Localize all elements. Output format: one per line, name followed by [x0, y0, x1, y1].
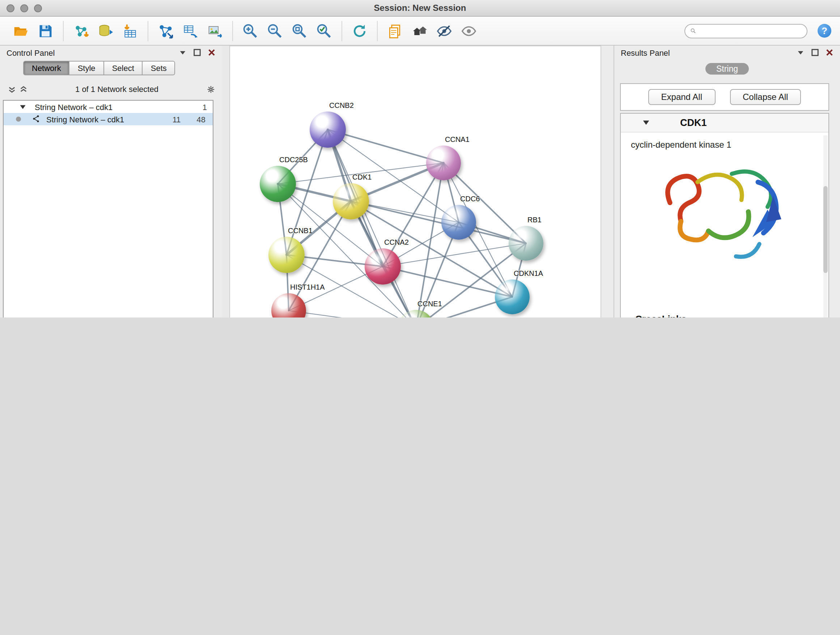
results-vertical-scrollbar[interactable] [823, 135, 828, 318]
node-ccna2[interactable] [365, 249, 401, 285]
gene-section-header[interactable]: CDK1 [621, 114, 829, 133]
network-from-table-icon[interactable] [182, 22, 199, 40]
close-panel-icon[interactable] [825, 48, 834, 57]
import-table-icon[interactable] [122, 22, 139, 40]
node-label-ccnb2: CCNB2 [329, 101, 354, 109]
tab-network[interactable]: Network [23, 61, 70, 75]
expand-all-button[interactable]: Expand All [648, 89, 715, 105]
node-ccna1[interactable] [426, 146, 461, 180]
minimize-window-button[interactable] [20, 4, 28, 12]
duplicate-network-icon[interactable] [386, 22, 404, 40]
main-toolbar: ? [0, 17, 840, 46]
collection-count: 1 [202, 103, 207, 111]
gear-icon[interactable] [206, 85, 215, 93]
network-canvas[interactable]: CCNB2CCNA1CDC25BCDK1CDC6RB1CCNB1CCNA2CDK… [229, 46, 601, 318]
panel-menu-icon[interactable] [796, 48, 805, 57]
save-session-icon[interactable] [37, 22, 54, 40]
node-label-cdc25b: CDC25B [279, 156, 308, 164]
export-image-icon[interactable] [206, 22, 224, 40]
network-tree: String Network – cdk1 1 String Network –… [3, 100, 213, 318]
network-collection-row[interactable]: String Network – cdk1 1 [4, 101, 213, 113]
toolbar-separator [63, 21, 64, 41]
node-label-ccnb1: CCNB1 [288, 226, 313, 234]
node-label-ccne1: CCNE1 [417, 300, 442, 308]
network-label: String Network – cdk1 [46, 115, 124, 124]
zoom-window-button[interactable] [34, 4, 42, 12]
node-cdc6[interactable] [441, 205, 476, 240]
node-label-cdkn1a: CDKN1A [514, 269, 543, 277]
panel-menu-icon[interactable] [178, 48, 187, 57]
network-row-selected[interactable]: String Network – cdk1 11 48 [4, 113, 213, 125]
window-title: Session: New Session [374, 0, 466, 17]
crosslinks-title: CrossLinks [635, 314, 687, 318]
search-icon [690, 27, 696, 35]
zoom-in-icon[interactable] [242, 22, 259, 40]
control-panel-title: Control Panel [6, 48, 55, 57]
network-type-icon [32, 114, 41, 124]
application-window: Session: New Session ? Control [0, 0, 840, 318]
gene-section: CDK1 cyclin-dependent kinase 1 [620, 113, 829, 318]
title-bar: Session: New Session [0, 0, 840, 17]
current-network-dot-icon [16, 117, 21, 122]
zoom-fit-icon[interactable] [291, 22, 308, 40]
node-count: 11 [172, 115, 181, 124]
tab-string[interactable]: String [706, 63, 749, 74]
expand-all-icon[interactable] [19, 85, 27, 93]
edge-count: 48 [197, 115, 206, 124]
results-button-box: Expand All Collapse All [620, 83, 829, 111]
show-hide-eye-icon[interactable] [460, 22, 477, 40]
network-selection-row: 1 of 1 Network selected [0, 80, 222, 98]
gene-name: CDK1 [680, 117, 707, 128]
node-ccnb1[interactable] [268, 237, 305, 273]
vertical-splitter[interactable] [222, 46, 229, 318]
new-network-icon[interactable] [157, 22, 174, 40]
node-label-ccna1: CCNA1 [445, 135, 470, 143]
control-panel-tabs: NetworkStyleSelectSets [23, 61, 222, 75]
collapse-all-icon[interactable] [7, 85, 16, 93]
home-icon[interactable] [411, 22, 428, 40]
float-panel-icon[interactable] [810, 48, 819, 57]
tab-style[interactable]: Style [70, 61, 104, 75]
collection-label: String Network – cdk1 [35, 103, 112, 111]
zoom-out-icon[interactable] [266, 22, 284, 40]
results-panel: Results Panel String Expand All Collapse… [614, 46, 840, 318]
node-ccnb2[interactable] [309, 111, 346, 148]
node-label-hist1h1a: HIST1H1A [290, 283, 325, 291]
help-icon[interactable]: ? [818, 24, 831, 38]
refresh-icon[interactable] [351, 22, 368, 40]
control-panel: Control Panel NetworkStyleSelectSets 1 o… [0, 46, 222, 318]
tab-sets[interactable]: Sets [143, 61, 175, 75]
edge-HIST1H1A-CCNE1[interactable] [289, 310, 416, 318]
collapse-all-button[interactable]: Collapse All [729, 89, 801, 105]
search-input[interactable] [699, 27, 802, 35]
disclosure-triangle-icon[interactable] [643, 119, 650, 127]
node-cdk1[interactable] [333, 183, 369, 219]
gene-description: cyclin-dependent kinase 1 [631, 140, 731, 150]
import-network-database-icon[interactable] [97, 22, 114, 40]
toolbar-separator [148, 21, 148, 41]
search-box [684, 24, 807, 38]
node-label-cdc6: CDC6 [460, 195, 480, 203]
open-file-icon[interactable] [12, 22, 30, 40]
close-panel-icon[interactable] [207, 48, 216, 57]
tab-select[interactable]: Select [104, 61, 143, 75]
network-selection-summary: 1 of 1 Network selected [30, 85, 203, 93]
node-cdc25b[interactable] [260, 166, 296, 202]
close-window-button[interactable] [6, 4, 14, 12]
results-panel-title: Results Panel [621, 48, 670, 57]
node-label-cdk1: CDK1 [352, 173, 371, 181]
toolbar-separator [232, 21, 233, 41]
hide-unhide-icon[interactable] [436, 22, 453, 40]
toolbar-separator [341, 21, 342, 41]
protein-structure-image [656, 154, 793, 280]
float-panel-icon[interactable] [193, 48, 201, 57]
edge-CCNB2-CCNE1[interactable] [328, 130, 416, 318]
zoom-selected-icon[interactable] [316, 22, 333, 40]
toolbar-separator [377, 21, 378, 41]
disclosure-triangle-icon[interactable] [19, 103, 26, 111]
node-rb1[interactable] [508, 226, 543, 261]
node-label-rb1: RB1 [527, 216, 542, 224]
node-cdkn1a[interactable] [495, 279, 530, 314]
node-label-ccna2: CCNA2 [384, 238, 409, 246]
import-network-file-icon[interactable] [73, 22, 90, 40]
